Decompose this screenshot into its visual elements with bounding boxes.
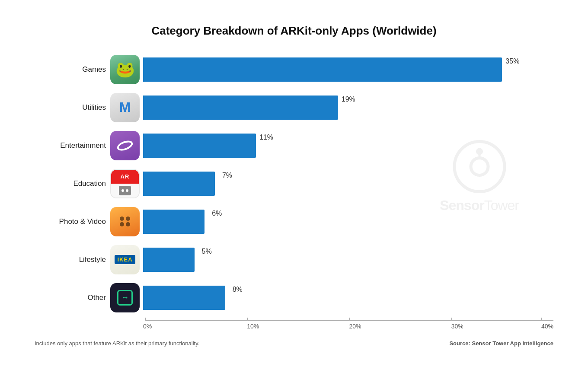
footer-source: Source: Sensor Tower App Intelligence — [449, 340, 553, 347]
icon-utilities: M — [110, 93, 140, 122]
bar-area-utilities: 19% — [143, 96, 553, 120]
bar-label-games: 35% — [505, 57, 519, 65]
chart-title: Category Breakdown of ARKit-only Apps (W… — [35, 24, 553, 38]
x-tick-30: 30% — [451, 323, 463, 330]
bar-row-photo: Photo & Video 6% — [35, 203, 553, 241]
label-lifestyle: Lifestyle — [35, 255, 110, 264]
x-tick-spacer-1: 10% 20% 30% 40% — [145, 323, 553, 330]
x-tick-40: 40% — [541, 323, 553, 330]
bar-label-entertainment: 11% — [259, 134, 273, 141]
icon-photo — [110, 207, 140, 236]
x-tick-20: 20% — [349, 323, 361, 330]
icon-games: 🐸 — [110, 55, 140, 84]
bar-other: 8% — [143, 286, 225, 310]
bar-row-entertainment: Entertainment 11% — [35, 127, 553, 165]
bar-photo: 6% — [143, 210, 205, 234]
x-axis-labels: 0% 10% 20% 30% 40% — [145, 323, 553, 330]
bar-label-lifestyle: 5% — [202, 248, 212, 255]
bar-area-photo: 6% — [143, 210, 553, 234]
bar-label-photo: 6% — [212, 210, 222, 217]
bar-label-utilities: 19% — [342, 96, 355, 103]
x-tick-10: 10% — [247, 323, 259, 330]
bar-row-games: Games 🐸 35% — [35, 51, 553, 89]
label-photo: Photo & Video — [35, 217, 110, 226]
bar-area-games: 35% — [143, 57, 553, 82]
bar-label-education: 7% — [222, 172, 232, 179]
bar-row-utilities: Utilities M 19% — [35, 89, 553, 127]
label-education: Education — [35, 179, 110, 188]
label-entertainment: Entertainment — [35, 141, 110, 150]
label-other: Other — [35, 293, 110, 302]
icon-other: ↔ — [110, 283, 140, 312]
bar-row-lifestyle: Lifestyle IKEA 5% — [35, 241, 553, 279]
bar-area-lifestyle: 5% — [143, 248, 553, 272]
bar-row-other: Other ↔ 8% — [35, 279, 553, 317]
chart-container: Category Breakdown of ARKit-only Apps (W… — [17, 11, 571, 368]
chart-body: Games 🐸 35% Utilities M 19% — [35, 51, 553, 317]
bar-utilities: 19% — [143, 96, 338, 120]
bar-entertainment: 11% — [143, 134, 256, 158]
bar-area-entertainment: 11% — [143, 134, 553, 158]
footer-note: Includes only apps that feature ARKit as… — [35, 340, 199, 347]
label-utilities: Utilities — [35, 103, 110, 112]
x-axis — [145, 320, 553, 321]
label-games: Games — [35, 65, 110, 74]
bar-row-education: Education AR 7% — [35, 165, 553, 203]
bar-area-other: 8% — [143, 286, 553, 310]
bar-label-other: 8% — [233, 286, 243, 293]
icon-entertainment — [110, 131, 140, 160]
icon-education: AR — [110, 169, 140, 198]
icon-lifestyle: IKEA — [110, 245, 140, 274]
bar-games: 35% — [143, 57, 502, 82]
bar-area-education: 7% — [143, 172, 553, 196]
bar-lifestyle: 5% — [143, 248, 195, 272]
bar-education: 7% — [143, 172, 215, 196]
chart-footer: Includes only apps that feature ARKit as… — [35, 340, 553, 347]
